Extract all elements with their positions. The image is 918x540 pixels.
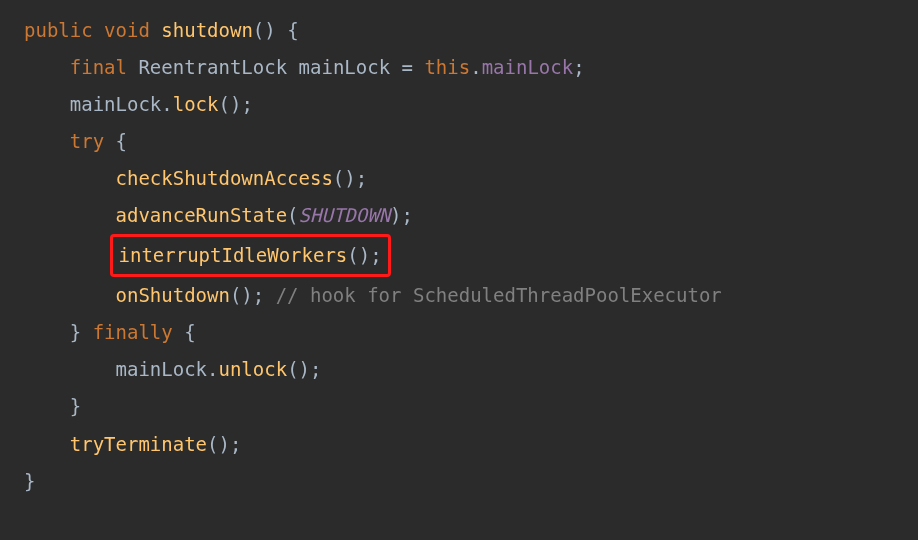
indent [24, 56, 70, 78]
method-checkshutdownaccess: checkShutdownAccess [116, 167, 333, 189]
code-block: public void shutdown() { final Reentrant… [24, 12, 894, 500]
method-unlock: unlock [218, 358, 287, 380]
keyword-finally: finally [93, 321, 173, 343]
brace-open: { [276, 19, 299, 41]
code-line-13: } [24, 463, 894, 500]
indent [24, 395, 70, 417]
keyword-this: this [424, 56, 470, 78]
code-line-11: } [24, 388, 894, 425]
code-line-9: } finally { [24, 314, 894, 351]
indent [24, 204, 116, 226]
code-line-10: mainLock.unlock(); [24, 351, 894, 388]
call-end: (); [347, 244, 381, 266]
keyword-final: final [70, 56, 127, 78]
indent [24, 167, 116, 189]
field-mainlock: mainLock [482, 56, 574, 78]
call-end: (); [219, 93, 253, 115]
code-line-12: tryTerminate(); [24, 426, 894, 463]
call-end: (); [230, 284, 276, 306]
code-line-1: public void shutdown() { [24, 12, 894, 49]
var-mainlock: mainLock [299, 56, 391, 78]
dot: . [470, 56, 481, 78]
dot: . [207, 358, 218, 380]
indent [24, 321, 70, 343]
indent [24, 244, 116, 266]
code-line-2: final ReentrantLock mainLock = this.main… [24, 49, 894, 86]
var-mainlock: mainLock [116, 358, 208, 380]
call-end: (); [333, 167, 367, 189]
call-end: (); [207, 433, 241, 455]
method-shutdown: shutdown [161, 19, 253, 41]
method-onshutdown: onShutdown [116, 284, 230, 306]
indent [24, 284, 116, 306]
type-reentrantlock: ReentrantLock [127, 56, 299, 78]
brace-close: } [24, 470, 35, 492]
semicolon: ; [573, 56, 584, 78]
call-end: (); [287, 358, 321, 380]
brace-close: } [70, 321, 93, 343]
call-end: ); [390, 204, 413, 226]
code-line-4: try { [24, 123, 894, 160]
brace-close: } [70, 395, 81, 417]
const-shutdown: SHUTDOWN [299, 204, 391, 226]
keyword-void: void [104, 19, 150, 41]
keyword-public: public [24, 19, 93, 41]
dot: . [161, 93, 172, 115]
method-tryterminate: tryTerminate [70, 433, 207, 455]
method-interruptidleworkers: interruptIdleWorkers [119, 244, 348, 266]
code-line-5: checkShutdownAccess(); [24, 160, 894, 197]
parens: () [253, 19, 276, 41]
code-line-8: onShutdown(); // hook for ScheduledThrea… [24, 277, 894, 314]
code-line-3: mainLock.lock(); [24, 86, 894, 123]
code-line-6: advanceRunState(SHUTDOWN); [24, 197, 894, 234]
indent [24, 130, 70, 152]
brace-open: { [104, 130, 127, 152]
highlight-box: interruptIdleWorkers(); [110, 234, 391, 277]
var-mainlock: mainLock [70, 93, 162, 115]
paren-open: ( [287, 204, 298, 226]
keyword-try: try [70, 130, 104, 152]
comment: // hook for ScheduledThreadPoolExecutor [276, 284, 722, 306]
indent [24, 358, 116, 380]
op-assign: = [390, 56, 424, 78]
method-advancerunstate: advanceRunState [116, 204, 288, 226]
indent [24, 433, 70, 455]
indent [24, 93, 70, 115]
code-line-7: interruptIdleWorkers(); [24, 234, 894, 277]
brace-open: { [173, 321, 196, 343]
method-lock: lock [173, 93, 219, 115]
